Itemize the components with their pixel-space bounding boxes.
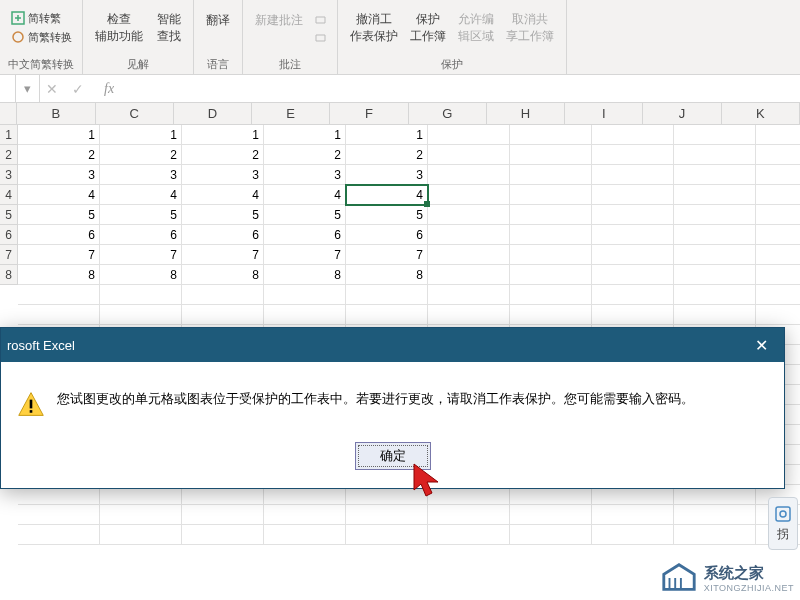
row-header[interactable]: 1 (0, 125, 18, 145)
cell[interactable] (592, 145, 674, 165)
cell[interactable] (346, 525, 428, 545)
cell[interactable] (674, 165, 756, 185)
comment-nav[interactable] (315, 12, 329, 44)
cell[interactable]: 8 (18, 265, 100, 285)
cell[interactable] (510, 305, 592, 325)
cell[interactable] (756, 265, 800, 285)
cell[interactable]: 4 (182, 185, 264, 205)
cell[interactable] (756, 125, 800, 145)
cell[interactable] (592, 245, 674, 265)
cell[interactable]: 6 (182, 225, 264, 245)
cell[interactable] (674, 185, 756, 205)
cell[interactable] (592, 125, 674, 145)
name-box[interactable] (0, 75, 16, 102)
cell[interactable] (510, 225, 592, 245)
cell[interactable]: 7 (182, 245, 264, 265)
cell[interactable] (428, 265, 510, 285)
cell[interactable]: 3 (100, 165, 182, 185)
cell[interactable] (674, 285, 756, 305)
col-header[interactable]: G (409, 103, 487, 124)
cell[interactable] (510, 505, 592, 525)
cell[interactable] (428, 165, 510, 185)
cell[interactable] (674, 265, 756, 285)
cell[interactable] (182, 285, 264, 305)
cell[interactable]: 4 (18, 185, 100, 205)
cell[interactable]: 8 (264, 265, 346, 285)
col-header[interactable]: C (96, 103, 174, 124)
cell[interactable] (674, 245, 756, 265)
cell[interactable]: 7 (18, 245, 100, 265)
col-header[interactable]: E (252, 103, 330, 124)
cell[interactable] (18, 305, 100, 325)
cell[interactable] (428, 125, 510, 145)
select-all-corner[interactable] (0, 103, 17, 124)
cell[interactable]: 6 (100, 225, 182, 245)
cell[interactable] (264, 525, 346, 545)
cell[interactable] (428, 205, 510, 225)
cell[interactable] (182, 525, 264, 545)
check-accessibility-button[interactable]: 检查辅助功能 (91, 9, 147, 47)
cell[interactable] (674, 505, 756, 525)
cell[interactable]: 6 (346, 225, 428, 245)
row-header[interactable]: 4 (0, 185, 18, 205)
cell[interactable] (18, 285, 100, 305)
cell[interactable] (428, 505, 510, 525)
cell[interactable]: 3 (18, 165, 100, 185)
cell[interactable] (18, 505, 100, 525)
fx-icon[interactable]: fx (98, 81, 120, 97)
cell[interactable]: 2 (18, 145, 100, 165)
cell[interactable] (674, 525, 756, 545)
col-header[interactable]: B (17, 103, 95, 124)
cell[interactable] (674, 205, 756, 225)
cell[interactable] (346, 505, 428, 525)
row-header[interactable]: 7 (0, 245, 18, 265)
cell[interactable] (592, 165, 674, 185)
cell[interactable] (510, 245, 592, 265)
row-header[interactable]: 6 (0, 225, 18, 245)
row-header[interactable]: 3 (0, 165, 18, 185)
cell[interactable] (592, 185, 674, 205)
col-header[interactable]: I (565, 103, 643, 124)
cell[interactable] (510, 265, 592, 285)
cell[interactable] (182, 505, 264, 525)
cell[interactable]: 8 (346, 265, 428, 285)
cell[interactable]: 4 (100, 185, 182, 205)
cell[interactable] (510, 145, 592, 165)
cell[interactable] (756, 245, 800, 265)
cell[interactable]: 1 (100, 125, 182, 145)
cell[interactable] (100, 505, 182, 525)
cell[interactable] (756, 205, 800, 225)
side-panel-button[interactable]: 拐 (768, 497, 798, 550)
cell[interactable] (756, 285, 800, 305)
cell[interactable]: 5 (182, 205, 264, 225)
cell[interactable] (756, 305, 800, 325)
cell[interactable]: 1 (264, 125, 346, 145)
cell[interactable] (428, 245, 510, 265)
cell[interactable] (100, 285, 182, 305)
cell[interactable] (264, 305, 346, 325)
cell[interactable]: 5 (18, 205, 100, 225)
cell[interactable]: 2 (100, 145, 182, 165)
cancel-icon[interactable]: ✕ (46, 81, 58, 97)
cell[interactable] (428, 225, 510, 245)
cell[interactable] (592, 305, 674, 325)
cell[interactable]: 2 (346, 145, 428, 165)
cell[interactable] (428, 145, 510, 165)
cell[interactable]: 4 (264, 185, 346, 205)
cell[interactable] (510, 525, 592, 545)
cell[interactable] (592, 205, 674, 225)
cell[interactable] (264, 505, 346, 525)
unprotect-sheet-button[interactable]: 撤消工作表保护 (346, 9, 402, 47)
cell[interactable] (674, 145, 756, 165)
cell[interactable] (674, 305, 756, 325)
protect-workbook-button[interactable]: 保护工作簿 (406, 9, 450, 47)
cell[interactable]: 8 (100, 265, 182, 285)
name-dropdown[interactable]: ▾ (16, 75, 40, 102)
cell[interactable]: 1 (346, 125, 428, 145)
cell[interactable]: 4 (346, 185, 428, 205)
dialog-titlebar[interactable]: rosoft Excel ✕ (1, 328, 784, 362)
cell[interactable]: 7 (346, 245, 428, 265)
close-button[interactable]: ✕ (739, 328, 784, 362)
cell[interactable] (510, 125, 592, 145)
cell[interactable] (592, 285, 674, 305)
